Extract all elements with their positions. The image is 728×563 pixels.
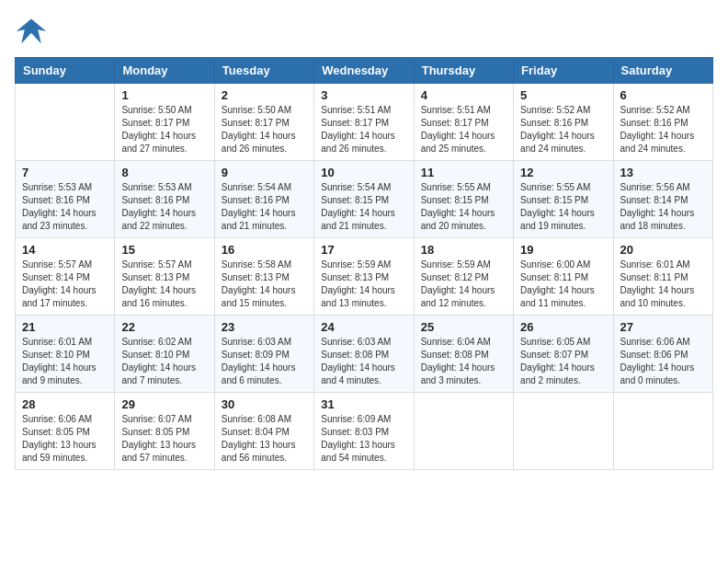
calendar-cell: 23Sunrise: 6:03 AM Sunset: 8:09 PM Dayli…: [214, 316, 313, 393]
day-info: Sunrise: 5:56 AM Sunset: 8:14 PM Dayligh…: [620, 181, 706, 233]
calendar-cell: 29Sunrise: 6:07 AM Sunset: 8:05 PM Dayli…: [115, 393, 214, 470]
calendar-cell: [414, 393, 513, 470]
page-header: [15, 15, 713, 48]
day-number: 13: [620, 166, 706, 179]
logo-icon: [15, 15, 48, 48]
calendar-cell: 8Sunrise: 5:53 AM Sunset: 8:16 PM Daylig…: [115, 161, 214, 238]
calendar-cell: 24Sunrise: 6:03 AM Sunset: 8:08 PM Dayli…: [314, 316, 414, 393]
calendar-cell: 22Sunrise: 6:02 AM Sunset: 8:10 PM Dayli…: [115, 316, 214, 393]
calendar-cell: 17Sunrise: 5:59 AM Sunset: 8:13 PM Dayli…: [314, 238, 414, 316]
calendar-week-row: 21Sunrise: 6:01 AM Sunset: 8:10 PM Dayli…: [16, 316, 713, 393]
day-number: 5: [520, 88, 606, 102]
column-header-sunday: Sunday: [16, 58, 115, 84]
calendar-cell: 4Sunrise: 5:51 AM Sunset: 8:17 PM Daylig…: [414, 84, 513, 161]
day-info: Sunrise: 6:03 AM Sunset: 8:08 PM Dayligh…: [321, 336, 406, 387]
day-info: Sunrise: 5:59 AM Sunset: 8:12 PM Dayligh…: [421, 259, 506, 310]
day-info: Sunrise: 6:05 AM Sunset: 8:07 PM Dayligh…: [520, 336, 606, 387]
column-header-thursday: Thursday: [414, 58, 513, 84]
day-number: 23: [222, 320, 307, 334]
calendar-cell: 30Sunrise: 6:08 AM Sunset: 8:04 PM Dayli…: [214, 393, 313, 470]
day-info: Sunrise: 6:03 AM Sunset: 8:09 PM Dayligh…: [222, 336, 307, 387]
calendar-cell: 26Sunrise: 6:05 AM Sunset: 8:07 PM Dayli…: [514, 316, 613, 393]
calendar-cell: 11Sunrise: 5:55 AM Sunset: 8:15 PM Dayli…: [414, 161, 513, 238]
day-info: Sunrise: 5:50 AM Sunset: 8:17 PM Dayligh…: [222, 104, 307, 155]
day-number: 1: [121, 88, 207, 102]
day-info: Sunrise: 5:57 AM Sunset: 8:13 PM Dayligh…: [121, 259, 207, 310]
day-info: Sunrise: 5:52 AM Sunset: 8:16 PM Dayligh…: [520, 104, 606, 155]
column-header-friday: Friday: [514, 58, 613, 84]
calendar-cell: 10Sunrise: 5:54 AM Sunset: 8:15 PM Dayli…: [314, 161, 414, 238]
day-info: Sunrise: 6:08 AM Sunset: 8:04 PM Dayligh…: [222, 413, 307, 465]
logo: [15, 15, 51, 48]
calendar-cell: 31Sunrise: 6:09 AM Sunset: 8:03 PM Dayli…: [314, 393, 414, 470]
column-header-saturday: Saturday: [613, 58, 712, 84]
day-number: 3: [321, 88, 406, 102]
day-info: Sunrise: 5:57 AM Sunset: 8:14 PM Dayligh…: [22, 259, 108, 310]
calendar-cell: 20Sunrise: 6:01 AM Sunset: 8:11 PM Dayli…: [613, 238, 712, 316]
day-info: Sunrise: 6:02 AM Sunset: 8:10 PM Dayligh…: [121, 336, 207, 387]
calendar-cell: 3Sunrise: 5:51 AM Sunset: 8:17 PM Daylig…: [314, 84, 414, 161]
day-number: 6: [620, 88, 706, 102]
day-number: 24: [321, 320, 406, 334]
day-number: 27: [620, 320, 706, 334]
calendar-cell: 7Sunrise: 5:53 AM Sunset: 8:16 PM Daylig…: [16, 161, 115, 238]
day-number: 31: [321, 397, 406, 411]
calendar-cell: 12Sunrise: 5:55 AM Sunset: 8:15 PM Dayli…: [514, 161, 613, 238]
calendar-cell: 14Sunrise: 5:57 AM Sunset: 8:14 PM Dayli…: [16, 238, 115, 316]
day-number: 16: [222, 243, 307, 257]
calendar-header-row: SundayMondayTuesdayWednesdayThursdayFrid…: [16, 58, 713, 84]
calendar-cell: 9Sunrise: 5:54 AM Sunset: 8:16 PM Daylig…: [214, 161, 313, 238]
calendar-cell: 28Sunrise: 6:06 AM Sunset: 8:05 PM Dayli…: [16, 393, 115, 470]
day-info: Sunrise: 6:09 AM Sunset: 8:03 PM Dayligh…: [321, 413, 406, 465]
day-info: Sunrise: 5:51 AM Sunset: 8:17 PM Dayligh…: [321, 104, 406, 155]
day-info: Sunrise: 5:53 AM Sunset: 8:16 PM Dayligh…: [22, 181, 108, 233]
calendar-cell: [16, 84, 115, 161]
calendar-cell: 27Sunrise: 6:06 AM Sunset: 8:06 PM Dayli…: [613, 316, 712, 393]
calendar-week-row: 28Sunrise: 6:06 AM Sunset: 8:05 PM Dayli…: [16, 393, 713, 470]
day-number: 21: [22, 320, 108, 334]
day-info: Sunrise: 5:58 AM Sunset: 8:13 PM Dayligh…: [222, 259, 307, 310]
calendar-cell: 1Sunrise: 5:50 AM Sunset: 8:17 PM Daylig…: [115, 84, 214, 161]
day-number: 18: [421, 243, 506, 257]
calendar-cell: 13Sunrise: 5:56 AM Sunset: 8:14 PM Dayli…: [613, 161, 712, 238]
day-number: 20: [620, 243, 706, 257]
calendar-cell: 2Sunrise: 5:50 AM Sunset: 8:17 PM Daylig…: [214, 84, 313, 161]
day-number: 7: [22, 166, 108, 179]
day-number: 17: [321, 243, 406, 257]
calendar-cell: [613, 393, 712, 470]
day-number: 12: [520, 166, 606, 179]
day-info: Sunrise: 5:59 AM Sunset: 8:13 PM Dayligh…: [321, 259, 406, 310]
day-info: Sunrise: 5:55 AM Sunset: 8:15 PM Dayligh…: [421, 181, 506, 233]
calendar-cell: 15Sunrise: 5:57 AM Sunset: 8:13 PM Dayli…: [115, 238, 214, 316]
calendar-cell: 5Sunrise: 5:52 AM Sunset: 8:16 PM Daylig…: [514, 84, 613, 161]
day-number: 22: [121, 320, 207, 334]
svg-marker-0: [17, 19, 46, 44]
day-info: Sunrise: 5:50 AM Sunset: 8:17 PM Dayligh…: [121, 104, 207, 155]
day-info: Sunrise: 6:01 AM Sunset: 8:10 PM Dayligh…: [22, 336, 108, 387]
calendar-cell: 21Sunrise: 6:01 AM Sunset: 8:10 PM Dayli…: [16, 316, 115, 393]
day-info: Sunrise: 6:01 AM Sunset: 8:11 PM Dayligh…: [620, 259, 706, 310]
day-number: 2: [222, 88, 307, 102]
day-info: Sunrise: 6:06 AM Sunset: 8:06 PM Dayligh…: [620, 336, 706, 387]
day-number: 30: [222, 397, 307, 411]
day-info: Sunrise: 5:53 AM Sunset: 8:16 PM Dayligh…: [121, 181, 207, 233]
calendar-cell: 18Sunrise: 5:59 AM Sunset: 8:12 PM Dayli…: [414, 238, 513, 316]
calendar-week-row: 14Sunrise: 5:57 AM Sunset: 8:14 PM Dayli…: [16, 238, 713, 316]
day-number: 26: [520, 320, 606, 334]
calendar-cell: 19Sunrise: 6:00 AM Sunset: 8:11 PM Dayli…: [514, 238, 613, 316]
day-number: 10: [321, 166, 406, 179]
day-number: 29: [121, 397, 207, 411]
day-number: 11: [421, 166, 506, 179]
day-info: Sunrise: 5:51 AM Sunset: 8:17 PM Dayligh…: [421, 104, 506, 155]
day-number: 25: [421, 320, 506, 334]
calendar-week-row: 1Sunrise: 5:50 AM Sunset: 8:17 PM Daylig…: [16, 84, 713, 161]
calendar-cell: 25Sunrise: 6:04 AM Sunset: 8:08 PM Dayli…: [414, 316, 513, 393]
column-header-monday: Monday: [115, 58, 214, 84]
day-info: Sunrise: 5:54 AM Sunset: 8:16 PM Dayligh…: [222, 181, 307, 233]
day-info: Sunrise: 6:00 AM Sunset: 8:11 PM Dayligh…: [520, 259, 606, 310]
day-info: Sunrise: 6:06 AM Sunset: 8:05 PM Dayligh…: [22, 413, 108, 465]
column-header-wednesday: Wednesday: [314, 58, 414, 84]
day-info: Sunrise: 6:07 AM Sunset: 8:05 PM Dayligh…: [121, 413, 207, 465]
calendar-cell: [514, 393, 613, 470]
day-info: Sunrise: 5:55 AM Sunset: 8:15 PM Dayligh…: [520, 181, 606, 233]
